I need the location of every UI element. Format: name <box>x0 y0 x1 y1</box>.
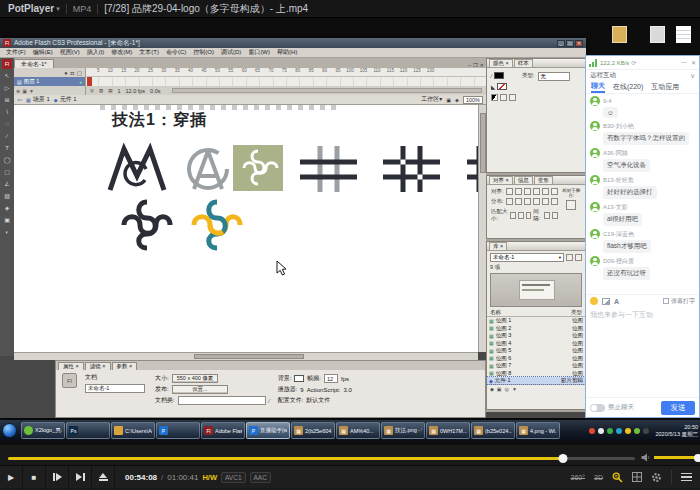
fps-field[interactable]: 12 <box>324 374 338 383</box>
fill-color-swatch[interactable] <box>497 83 507 90</box>
refresh-icon[interactable]: ⟳ <box>631 59 636 66</box>
menu-item[interactable]: 命令(C) <box>166 48 186 57</box>
library-item-row[interactable]: ▦ 位图 4 位图 <box>487 339 585 347</box>
tray-icon[interactable] <box>625 428 631 434</box>
tray-icon[interactable] <box>607 428 613 434</box>
add-folder-icon[interactable]: ▣ <box>22 88 27 94</box>
tool-icon[interactable]: ∕ <box>2 130 13 141</box>
chat-input[interactable] <box>586 307 699 397</box>
space-button[interactable] <box>544 212 550 219</box>
back-arrow-icon[interactable]: ⇦ <box>17 96 22 103</box>
distribute-button[interactable] <box>506 198 513 205</box>
taskbar-button[interactable]: ▦ (b25e024... <box>471 422 515 439</box>
align-button[interactable] <box>524 188 531 195</box>
taskbar-button[interactable]: ▦ 2(b25e604... <box>291 422 335 439</box>
panel-tab[interactable]: 样本 <box>514 59 533 67</box>
library-doc-select[interactable]: 未命名-1 ▾ <box>490 253 564 262</box>
seek-thumb[interactable] <box>558 454 567 463</box>
distribute-button[interactable] <box>515 198 522 205</box>
seek-bar[interactable] <box>8 457 635 460</box>
layer-row[interactable]: ▤ 图层 1 ● <box>14 77 85 86</box>
background-swatch[interactable] <box>294 375 304 382</box>
tool-icon[interactable]: ▷ <box>2 82 13 93</box>
volume-thumb[interactable] <box>694 454 700 462</box>
stop-button[interactable]: ■ <box>23 466 46 489</box>
danmu-checkbox[interactable] <box>663 298 669 304</box>
breadcrumb-symbol[interactable]: ◆ 元件 1 <box>54 95 77 104</box>
match-size-button[interactable] <box>510 212 516 219</box>
taskbar-button[interactable]: C:\Users\Ad... <box>111 422 155 439</box>
library-item-row[interactable]: ▦ 位图 7 位图 <box>487 362 585 370</box>
start-button[interactable] <box>2 423 17 438</box>
control-panel-icon[interactable] <box>632 472 642 482</box>
match-size-button[interactable] <box>526 212 532 219</box>
item-properties-icon[interactable]: ◎ <box>505 386 509 392</box>
menu-item[interactable]: 修改(M) <box>111 48 132 57</box>
tool-icon[interactable]: T <box>2 142 13 153</box>
to-stage-button[interactable] <box>566 200 576 210</box>
mute-toggle[interactable] <box>590 404 605 412</box>
onion-skin-icon[interactable]: ▥ <box>99 88 103 93</box>
panel-tab[interactable]: 变形 <box>534 176 553 184</box>
tray-icon[interactable] <box>616 428 622 434</box>
docclass-field[interactable] <box>178 396 266 405</box>
close-icon[interactable]: ✕ <box>691 59 696 66</box>
vertical-scrollbar[interactable] <box>478 105 486 352</box>
video-frame[interactable]: Fl Adobe Flash CS3 Professional - [未命名-1… <box>0 18 700 445</box>
maximize-button[interactable]: □ <box>566 40 574 47</box>
tool-icon[interactable]: ◐ <box>2 226 13 237</box>
new-library-button[interactable] <box>575 254 582 261</box>
stroke-color-swatch[interactable] <box>494 72 504 79</box>
outline-icon[interactable]: ▢ <box>77 70 82 76</box>
tray-icon[interactable] <box>634 428 640 434</box>
menu-item[interactable]: 控制(O) <box>193 48 214 57</box>
center-frame-icon[interactable]: ◎ <box>90 88 94 93</box>
tool-icon[interactable]: ↖ <box>2 70 13 81</box>
panel-tab[interactable]: 对齐 × <box>489 176 513 184</box>
properties-tab[interactable]: 滤镜 × <box>85 362 111 370</box>
library-col-name[interactable]: 名称 <box>490 309 501 316</box>
no-color-button[interactable] <box>500 94 507 101</box>
tool-icon[interactable]: ◯ <box>2 154 13 165</box>
library-item-row[interactable]: ▦ 位图 6 位图 <box>487 354 585 362</box>
publish-settings-button[interactable]: 设置... <box>172 385 228 394</box>
library-item-row[interactable]: ▦ 位图 8 位图 <box>487 369 585 377</box>
lock-icon[interactable]: ◘ <box>70 70 73 76</box>
3d-button[interactable]: 3D <box>594 474 603 481</box>
menu-item[interactable]: 编辑(E) <box>33 48 53 57</box>
potplayer-menu[interactable]: PotPlayer ▾ <box>8 3 60 14</box>
tool-icon[interactable]: ◌ <box>2 118 13 129</box>
edit-class-icon[interactable]: ∕ <box>269 398 270 404</box>
library-item-row[interactable]: ▦ 位图 3 位图 <box>487 332 585 340</box>
new-symbol-icon[interactable]: ◆ <box>490 386 494 392</box>
properties-tab[interactable]: 参数 × <box>112 362 138 370</box>
new-folder-icon[interactable]: ▣ <box>497 386 502 392</box>
match-size-button[interactable] <box>518 212 524 219</box>
tool-icon[interactable]: ▣ <box>2 214 13 225</box>
taskbar-button[interactable]: ▦ 0WH17M... <box>426 422 470 439</box>
desktop-icon[interactable] <box>676 26 691 43</box>
timeline-scrollbar[interactable] <box>172 88 482 93</box>
panel-tab[interactable]: 颜色 × <box>489 59 513 67</box>
taskbar-clock[interactable]: 20:50 2020/5/13 星期三 <box>652 424 699 437</box>
distribute-button[interactable] <box>524 198 531 205</box>
menu-item[interactable]: 文本(T) <box>139 48 159 57</box>
emoji-icon[interactable] <box>590 297 598 305</box>
properties-tab[interactable]: 属性 × <box>58 362 84 370</box>
tool-icon[interactable]: ∖ <box>2 106 13 117</box>
edit-scene-icon[interactable]: ▣ <box>446 97 451 103</box>
menu-item[interactable]: 窗口(W) <box>248 48 270 57</box>
taskbar-button[interactable]: X2logo_男.. <box>21 422 65 439</box>
workspace-menu[interactable]: 工作区▾ <box>421 95 442 104</box>
taskbar-button[interactable]: ▦ 技法.png - W... <box>381 422 425 439</box>
flash-titlebar[interactable]: Fl Adobe Flash CS3 Professional - [未命名-1… <box>0 38 586 48</box>
tool-icon[interactable]: ▢ <box>2 166 13 177</box>
menu-item[interactable]: 文件(F) <box>6 48 26 57</box>
swap-colors-button[interactable] <box>509 94 516 101</box>
close-button[interactable]: ✕ <box>575 40 583 47</box>
chat-tab[interactable]: 在线(220) <box>613 82 643 92</box>
align-button[interactable] <box>515 188 522 195</box>
doc-name-field[interactable]: 未命名-1 <box>85 384 145 393</box>
taskbar-button[interactable]: Ps <box>66 422 110 439</box>
library-item-row[interactable]: ▦ 位图 5 位图 <box>487 347 585 355</box>
